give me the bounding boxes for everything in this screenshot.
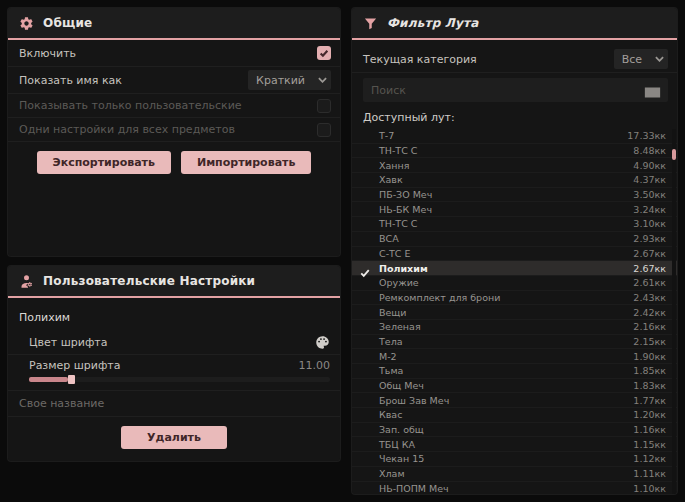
list-item[interactable]: НЬ-БК Меч 3.24кк — [352, 202, 677, 217]
scrollbar-thumb[interactable] — [672, 149, 676, 160]
list-item-value: 3.24кк — [633, 204, 666, 215]
loot-filter-header: Фильтр Лута — [352, 8, 677, 38]
list-item[interactable]: Хавк 4.37кк — [352, 173, 677, 188]
list-item-name: НЬ-ПОПМ Меч — [379, 483, 449, 494]
list-item[interactable]: ТБЦ КА 1.15кк — [352, 437, 677, 452]
list-item[interactable]: Зеленая 2.16кк — [352, 320, 677, 335]
only-custom-row: Показывать только пользовательские — [8, 94, 340, 118]
show-name-label: Показать имя как — [19, 74, 122, 87]
font-size-row: Размер шрифта 11.00 — [8, 355, 340, 375]
delete-row: Удалить — [8, 417, 340, 459]
list-item[interactable]: С-ТС Е 2.67кк — [352, 247, 677, 262]
list-item[interactable]: Чекан 15 1.12кк — [352, 452, 677, 467]
list-item-value: 2.16кк — [633, 321, 666, 332]
list-item-value: 2.67кк — [633, 248, 666, 259]
list-item[interactable]: ВСА 2.93кк — [352, 232, 677, 247]
category-label: Текущая категория — [363, 53, 477, 66]
only-custom-checkbox[interactable] — [317, 99, 331, 113]
font-size-slider-row — [8, 375, 340, 391]
keyboard-icon[interactable] — [644, 84, 661, 97]
category-combo-value: Все — [614, 53, 650, 66]
palette-icon[interactable] — [315, 335, 330, 350]
list-item-name: Вещи — [379, 307, 406, 318]
list-item-name: Хлам — [379, 468, 405, 479]
list-item-name: Оружие — [379, 277, 419, 288]
list-item-value: 2.67кк — [633, 263, 666, 274]
scrollbar[interactable] — [672, 129, 676, 494]
custom-name-input[interactable]: Свое название — [19, 397, 104, 410]
same-settings-label: Одни настройки для всех предметов — [19, 123, 235, 136]
search-input[interactable] — [363, 84, 644, 97]
list-item[interactable]: ТН-ТС С 8.48кк — [352, 144, 677, 159]
list-item-name: Хання — [379, 160, 409, 171]
slider-handle[interactable] — [68, 375, 75, 384]
gear-icon — [19, 16, 34, 31]
list-item[interactable]: НЬ-ПОПМ Меч 1.10кк — [352, 482, 677, 495]
list-item-value: 2.93кк — [633, 233, 666, 244]
list-item-value: 1.85кк — [633, 365, 666, 376]
show-name-combo-value: Краткий — [248, 74, 313, 87]
user-gear-icon — [19, 274, 34, 289]
general-panel-spacer — [8, 184, 340, 256]
list-item-value: 17.33кк — [627, 130, 666, 141]
same-settings-checkbox[interactable] — [317, 123, 331, 137]
right-column: Фильтр Лута Текущая категория Все — [352, 8, 677, 494]
font-size-slider[interactable] — [29, 377, 330, 382]
loot-filter-body: Текущая категория Все Доступный лут: — [352, 40, 677, 494]
list-item[interactable]: Тела 2.15кк — [352, 335, 677, 350]
import-button[interactable]: Импортировать — [181, 151, 311, 174]
font-size-value: 11.00 — [299, 359, 331, 372]
category-combo[interactable]: Все — [614, 49, 668, 69]
chevron-down-icon — [313, 70, 331, 90]
enable-checkbox[interactable] — [317, 46, 331, 60]
list-item[interactable]: ТН-ТС С 3.10кк — [352, 217, 677, 232]
list-item-value: 8.48кк — [633, 145, 666, 156]
list-item-value: 1.90кк — [633, 351, 666, 362]
list-item[interactable]: Общ Меч 1.83кк — [352, 379, 677, 394]
list-item-value: 1.11кк — [633, 468, 666, 479]
list-item[interactable]: Тьма 1.85кк — [352, 364, 677, 379]
export-button[interactable]: Экспортировать — [37, 151, 171, 174]
app-root: Общие Включить Показать имя как Краткий — [0, 0, 685, 502]
check-icon — [360, 263, 370, 273]
list-item-value: 1.16кк — [633, 424, 666, 435]
list-item-value: 2.42кк — [633, 307, 666, 318]
list-item[interactable]: Вещи 2.42кк — [352, 305, 677, 320]
list-item[interactable]: Хлам 1.11кк — [352, 467, 677, 482]
list-item-value: 1.83кк — [633, 380, 666, 391]
list-item-value: 1.10кк — [633, 483, 666, 494]
list-item-value: 4.90кк — [633, 160, 666, 171]
list-item-value: 4.37кк — [633, 174, 666, 185]
custom-settings-body: Полихим Цвет шрифта Размер шрифта 11.00 — [8, 298, 340, 461]
list-item[interactable]: Квас 1.20кк — [352, 408, 677, 423]
list-item-value: 1.15кк — [633, 439, 666, 450]
list-item-name: Чекан 15 — [379, 453, 424, 464]
general-rows: Включить Показать имя как Краткий — [8, 40, 340, 256]
list-item-value: 2.15кк — [633, 336, 666, 347]
list-item-name: Хавк — [379, 174, 403, 185]
list-item-name: Тела — [379, 336, 403, 347]
loot-list: Т-7 17.33кк ТН-ТС С 8.48кк Хання 4.90кк … — [352, 129, 677, 494]
import-export-row: Экспортировать Импортировать — [8, 142, 340, 184]
list-item-value: 3.10кк — [633, 218, 666, 229]
list-item[interactable]: Оружие 2.61кк — [352, 276, 677, 291]
list-item[interactable]: Ремкомплект для брони 2.43кк — [352, 291, 677, 306]
list-item[interactable]: Полихим 2.67кк — [352, 261, 677, 276]
font-color-row: Цвет шрифта — [8, 331, 340, 355]
list-item[interactable]: Зап. общ 1.16кк — [352, 423, 677, 438]
list-item-name: Тьма — [379, 365, 403, 376]
list-item[interactable]: ПБ-ЗО Меч 3.50кк — [352, 188, 677, 203]
general-panel-title: Общие — [43, 16, 92, 30]
list-item[interactable]: Хання 4.90кк — [352, 158, 677, 173]
loot-filter-panel: Фильтр Лута Текущая категория Все — [352, 8, 677, 494]
delete-button[interactable]: Удалить — [121, 426, 227, 449]
show-name-combo[interactable]: Краткий — [248, 70, 331, 90]
available-loot-label: Доступный лут: — [352, 107, 677, 129]
custom-settings-panel: Пользовательские Настройки Полихим Цвет … — [8, 266, 340, 461]
list-item[interactable]: Т-7 17.33кк — [352, 129, 677, 144]
general-panel-header: Общие — [8, 8, 340, 38]
list-item-value: 2.43кк — [633, 292, 666, 303]
list-item[interactable]: М-2 1.90кк — [352, 349, 677, 364]
list-item[interactable]: Брош Зав Меч 1.77кк — [352, 393, 677, 408]
chevron-down-icon — [650, 49, 668, 69]
